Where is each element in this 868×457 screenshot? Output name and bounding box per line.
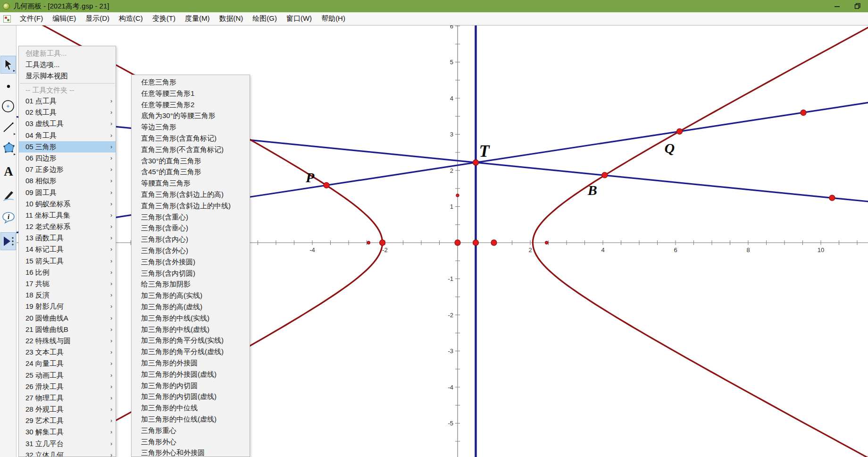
- triangle-tool-item-12[interactable]: 直角三角形(含斜边上的中线): [132, 200, 250, 212]
- minimize-button[interactable]: [826, 0, 847, 12]
- menubar-item-5[interactable]: 度量(M): [180, 12, 215, 25]
- menubar-item-8[interactable]: 窗口(W): [282, 12, 317, 25]
- tool-folder-item-29[interactable]: 29 艺术工具›: [19, 415, 116, 426]
- window-title: 几何画板 - [2021高考.gsp - 21]: [13, 2, 109, 11]
- tool-folder-item-28[interactable]: 28 外观工具›: [19, 404, 116, 415]
- menu-action-1[interactable]: 工具选项...: [19, 59, 116, 70]
- triangle-tool-item-15[interactable]: 三角形(含内心): [132, 234, 250, 245]
- triangle-tool-item-16[interactable]: 三角形(含外心): [132, 245, 250, 256]
- menubar-item-7[interactable]: 绘图(G): [248, 12, 282, 25]
- triangle-tool-item-7[interactable]: 直角三角形(不含直角标记): [132, 144, 250, 155]
- tool-folder-item-18[interactable]: 18 反演›: [19, 289, 116, 301]
- line-tool[interactable]: ▸: [0, 118, 16, 136]
- menubar-item-4[interactable]: 变换(T): [148, 12, 180, 25]
- triangle-tool-item-19[interactable]: 给三角形加阴影: [132, 279, 250, 290]
- tool-folder-item-22[interactable]: 22 特殊线与圆›: [19, 335, 116, 347]
- point-tool[interactable]: [0, 77, 16, 95]
- triangle-tool-item-2[interactable]: 任意等腰三角形1: [132, 88, 250, 99]
- tool-folder-item-9[interactable]: 09 圆工具›: [19, 187, 116, 198]
- tool-folder-item-20[interactable]: 20 圆锥曲线A›: [19, 313, 116, 324]
- triangle-tool-item-10[interactable]: 等腰直角三角形: [132, 178, 250, 189]
- custom-tool[interactable]: [0, 232, 16, 250]
- triangle-tool-item-28[interactable]: 加三角形的内切圆: [132, 380, 250, 391]
- tool-folder-item-2[interactable]: 02 线工具›: [19, 107, 116, 118]
- triangle-tool-item-4[interactable]: 底角为30°的等腰三角形: [132, 110, 250, 121]
- tool-folder-item-16[interactable]: 16 比例›: [19, 267, 116, 278]
- tool-folder-item-31[interactable]: 31 立几平台›: [19, 438, 116, 449]
- triangle-tool-item-11[interactable]: 直角三角形(含斜边上的高): [132, 189, 250, 200]
- tool-folder-item-30[interactable]: 30 解集工具›: [19, 426, 116, 438]
- tool-folder-item-23[interactable]: 23 文本工具›: [19, 347, 116, 358]
- tool-folder-item-8[interactable]: 08 相似形›: [19, 175, 116, 186]
- triangle-tool-item-1[interactable]: 任意三角形: [132, 76, 250, 88]
- triangle-tool-item-6[interactable]: 直角三角形(含直角标记): [132, 133, 250, 144]
- svg-text:-1: -1: [448, 275, 453, 282]
- triangle-tool-item-21[interactable]: 加三角形的高(虚线): [132, 301, 250, 313]
- triangle-tool-item-30[interactable]: 加三角形的中位线: [132, 402, 250, 414]
- menu-action-2[interactable]: 显示脚本视图: [19, 70, 116, 82]
- tool-folder-item-26[interactable]: 26 滑块工具›: [19, 381, 116, 392]
- tool-folder-item-24[interactable]: 24 向量工具›: [19, 358, 116, 369]
- submenu-arrow-icon: ›: [110, 198, 112, 210]
- tool-folder-item-10[interactable]: 10 蚂蚁坐标系›: [19, 198, 116, 210]
- tool-folder-item-15[interactable]: 15 箭头工具›: [19, 255, 116, 267]
- menubar-item-9[interactable]: 帮助(H): [317, 12, 350, 25]
- triangle-tool-item-3[interactable]: 任意等腰三角形2: [132, 99, 250, 110]
- triangle-tool-item-22[interactable]: 加三角形的中线(实线): [132, 313, 250, 324]
- menubar-item-2[interactable]: 显示(D): [81, 12, 114, 25]
- restore-button[interactable]: [847, 0, 868, 12]
- tool-folder-item-12[interactable]: 12 老式坐标系›: [19, 221, 116, 232]
- triangle-tool-item-27[interactable]: 加三角形的外接圆(虚线): [132, 369, 250, 380]
- triangle-tool-item-5[interactable]: 等边三角形: [132, 121, 250, 133]
- tool-folder-item-6[interactable]: 06 四边形›: [19, 152, 116, 164]
- triangle-tool-item-9[interactable]: 含45°的直角三角形: [132, 166, 250, 178]
- circle-tool[interactable]: [0, 97, 16, 115]
- tool-folder-item-11[interactable]: 11 坐标工具集›: [19, 210, 116, 221]
- polygon-tool[interactable]: ▸: [0, 139, 16, 157]
- tool-folder-item-17[interactable]: 17 共轭›: [19, 278, 116, 289]
- tool-folder-item-4[interactable]: 04 角工具›: [19, 130, 116, 141]
- triangle-tool-item-18[interactable]: 三角形(含内切圆): [132, 268, 250, 279]
- svg-text:2: 2: [450, 167, 453, 174]
- triangle-tool-item-31[interactable]: 加三角形的中位线(虚线): [132, 414, 250, 425]
- flyout-arrow-icon: ▸: [14, 132, 16, 136]
- tool-folder-item-14[interactable]: 14 标记工具›: [19, 244, 116, 255]
- selection-arrow-tool[interactable]: ▸: [0, 56, 16, 74]
- tool-folder-item-27[interactable]: 27 物理工具›: [19, 392, 116, 404]
- menubar-item-0[interactable]: 文件(F): [15, 12, 48, 25]
- triangle-tool-item-17[interactable]: 三角形(含外接圆): [132, 256, 250, 268]
- tool-folder-item-5[interactable]: 05 三角形›: [19, 141, 116, 152]
- triangle-tool-item-20[interactable]: 加三角形的高(实线): [132, 290, 250, 301]
- triangle-tool-item-14[interactable]: 三角形(含垂心): [132, 222, 250, 234]
- tool-folder-item-3[interactable]: 03 虚线工具›: [19, 118, 116, 129]
- app-icon: [3, 3, 10, 10]
- svg-text:A: A: [4, 165, 13, 178]
- submenu-arrow-icon: ›: [110, 267, 112, 278]
- information-tool[interactable]: i: [0, 209, 16, 227]
- tool-folder-item-1[interactable]: 01 点工具›: [19, 95, 116, 107]
- triangle-tool-item-32[interactable]: 三角形重心: [132, 425, 250, 436]
- triangle-tool-item-26[interactable]: 加三角形的外接圆: [132, 357, 250, 369]
- tool-folder-item-19[interactable]: 19 射影几何›: [19, 301, 116, 312]
- tool-folder-item-21[interactable]: 21 圆锥曲线B›: [19, 324, 116, 335]
- triangle-tool-item-34[interactable]: 三角形外心和外接圆: [132, 447, 250, 457]
- submenu-arrow-icon: ›: [110, 347, 112, 358]
- triangle-tool-item-13[interactable]: 三角形(含重心): [132, 212, 250, 223]
- triangle-tool-item-23[interactable]: 加三角形的中线(虚线): [132, 324, 250, 335]
- svg-text:-5: -5: [448, 420, 453, 427]
- text-tool[interactable]: A: [0, 162, 16, 180]
- submenu-arrow-icon: ›: [110, 221, 112, 232]
- tool-folder-item-32[interactable]: 32 立体几何›: [19, 449, 116, 457]
- tool-folder-item-25[interactable]: 25 动画工具›: [19, 370, 116, 381]
- menubar-item-1[interactable]: 编辑(E): [48, 12, 81, 25]
- menubar-item-3[interactable]: 构造(C): [114, 12, 148, 25]
- tool-folder-item-13[interactable]: 13 函数工具›: [19, 232, 116, 244]
- triangle-tool-item-33[interactable]: 三角形外心: [132, 436, 250, 448]
- triangle-tool-item-25[interactable]: 加三角形的角平分线(虚线): [132, 346, 250, 357]
- triangle-tool-item-24[interactable]: 加三角形的角平分线(实线): [132, 335, 250, 346]
- tool-folder-item-7[interactable]: 07 正多边形›: [19, 164, 116, 175]
- marker-tool[interactable]: [0, 186, 16, 204]
- triangle-tool-item-8[interactable]: 含30°的直角三角形: [132, 155, 250, 167]
- menubar-item-6[interactable]: 数据(N): [214, 12, 248, 25]
- triangle-tool-item-29[interactable]: 加三角形的内切圆(虚线): [132, 391, 250, 402]
